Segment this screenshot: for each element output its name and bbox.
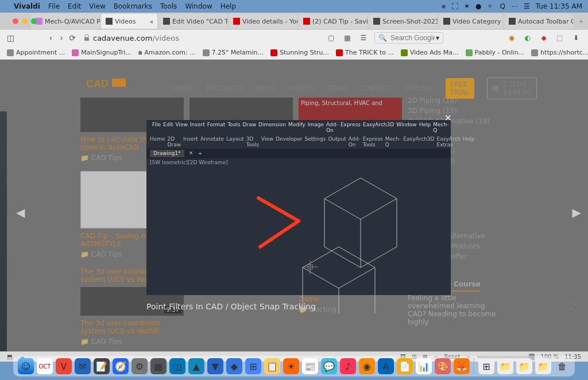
cad-menu[interactable]: Modify <box>288 122 305 133</box>
ext-icon[interactable]: ◐ <box>523 33 533 43</box>
address-bar[interactable]: cadavenue.com/videos <box>80 32 322 44</box>
dock-app[interactable]: ◉ <box>359 358 375 374</box>
cad-menu[interactable]: EasyArch3D <box>363 122 394 133</box>
ribbon-tab[interactable]: Annotate <box>200 136 224 148</box>
dock-folder[interactable]: 📁 <box>497 358 513 374</box>
dock-app[interactable]: ◆ <box>226 358 242 374</box>
cad-menu[interactable]: Insert <box>190 122 205 133</box>
cad-menu[interactable]: Image <box>308 122 324 133</box>
ribbon-tab[interactable]: 3D Tools <box>246 136 259 148</box>
maximize-button[interactable] <box>31 18 37 24</box>
nav-home[interactable]: HOME <box>172 84 193 92</box>
dock-folder[interactable]: 📁 <box>535 358 551 374</box>
forward-button[interactable]: › <box>59 33 65 42</box>
bookmark[interactable]: Appointment ... <box>7 49 65 56</box>
dock-music[interactable]: ♪ <box>340 358 356 374</box>
dock-store[interactable]: A <box>378 358 394 374</box>
bookmark[interactable]: Video Ads Ma... <box>401 49 459 56</box>
minimize-button[interactable] <box>22 18 28 24</box>
status-icon[interactable]: ⬒ <box>7 354 12 360</box>
ribbon-tab[interactable]: EasyArch3D <box>403 136 434 148</box>
tab[interactable]: Screen-Shot-2023-10-0 <box>369 14 438 29</box>
ribbon-tab[interactable]: View <box>261 136 273 148</box>
cad-menu[interactable]: View <box>176 122 188 133</box>
status-icon[interactable]: ⋯ <box>511 2 518 10</box>
bookmark[interactable]: https://shortc... <box>531 49 588 56</box>
dock-app[interactable]: 🎨 <box>435 358 451 374</box>
dock-news[interactable]: 📰 <box>302 358 318 374</box>
dock-folder[interactable]: ⊞ <box>478 358 494 374</box>
qr-icon[interactable]: ▦ <box>342 33 353 43</box>
dock-folder[interactable]: 📁 <box>516 358 532 374</box>
cad-menu[interactable]: File <box>152 122 161 133</box>
lightbox-next[interactable]: ▶ <box>572 205 581 219</box>
bookmark[interactable]: Pabbly - Onlin... <box>466 49 525 56</box>
new-tab-button[interactable]: ＋ <box>578 17 585 26</box>
ribbon-tab[interactable]: EasyArch Extras <box>437 136 461 148</box>
close-button[interactable] <box>13 18 18 24</box>
video-cat[interactable]: 📁 CAD Tips <box>80 338 184 346</box>
cad-menu[interactable]: Tools <box>227 122 240 133</box>
nav-tour[interactable]: TOUR <box>327 84 347 92</box>
download-icon[interactable]: ⬇ <box>571 33 581 43</box>
menubar-help[interactable]: Help <box>220 2 236 10</box>
dock-trash[interactable]: 🗑 <box>554 358 570 374</box>
tab[interactable]: Video details - YouTube <box>229 14 297 29</box>
menubar-file[interactable]: File <box>48 2 60 10</box>
nav-blog[interactable]: BLOG <box>257 84 276 92</box>
cad-tab-add[interactable]: ＋ <box>198 150 203 157</box>
ext-icon[interactable]: ⬚ <box>555 33 565 43</box>
nav-contact[interactable]: CONTACT <box>359 84 392 92</box>
sidebar-cat[interactable]: 2D Piping (19) <box>408 96 496 104</box>
ribbon-tab[interactable]: Output <box>328 136 346 148</box>
control-center-icon[interactable]: ☰ <box>524 2 530 10</box>
tab[interactable]: Mech-Q/AViCAD Prospe <box>31 14 100 29</box>
dock-vivaldi[interactable]: V <box>56 358 72 374</box>
menubar-edit[interactable]: Edit <box>68 2 81 10</box>
chevron-left-icon[interactable]: ◂ <box>149 18 153 25</box>
search-field[interactable]: 🔍 ▾ <box>374 32 443 44</box>
cad-menu[interactable]: Draw <box>243 122 257 133</box>
ribbon-tab[interactable]: Insert <box>183 136 198 148</box>
status-icon[interactable]: ✶ <box>464 2 470 10</box>
nav-pricing[interactable]: PRICING <box>404 84 432 92</box>
chevron-down-icon[interactable]: ▾ <box>436 34 439 42</box>
status-icon[interactable]: ⎈ <box>442 2 446 10</box>
tab[interactable]: (2) CAD Tip - Saving new <box>299 14 368 29</box>
search-input[interactable] <box>389 33 436 42</box>
bookmark[interactable]: 7.25" Melamin... <box>203 49 264 56</box>
dock-safari[interactable]: 🧭 <box>113 358 129 374</box>
cad-menu[interactable]: Dimension <box>258 122 286 133</box>
bookmark[interactable]: aAmazon.com: ... <box>138 49 196 56</box>
dock-firefox[interactable]: 🦊 <box>454 358 470 374</box>
dock-app[interactable]: 📊 <box>416 358 432 374</box>
reload-button[interactable]: ⟳ <box>69 33 76 42</box>
lightbox-prev[interactable]: ◀ <box>16 205 25 219</box>
dock-mail[interactable]: ✉ <box>75 358 91 374</box>
ribbon-tab[interactable]: Mech-Q <box>385 136 401 148</box>
back-button[interactable]: ‹ <box>48 33 54 42</box>
status-icon[interactable]: Q <box>500 2 505 10</box>
scroll-top-button[interactable]: ⌃ <box>570 300 581 311</box>
ribbon-tab[interactable]: Settings <box>305 136 326 148</box>
cad-menu[interactable]: Format <box>207 122 226 133</box>
nav-products[interactable]: PRODUCTS <box>206 84 243 92</box>
menubar-clock[interactable]: Tue 11:35 AM <box>536 2 582 10</box>
dock-notes[interactable]: 📝 <box>94 358 110 374</box>
dock-weather[interactable]: ☀ <box>283 358 299 374</box>
ribbon-tab[interactable]: Express Tools <box>363 136 383 148</box>
cad-tab-close[interactable]: × <box>189 150 194 157</box>
menubar-app[interactable]: Vivaldi <box>14 2 40 10</box>
ribbon-tab[interactable]: Add-On <box>349 136 361 148</box>
bookmark[interactable]: MainSignupTri... <box>72 49 131 56</box>
sidebar-cat[interactable]: 3D Piping (13) <box>408 107 496 115</box>
dock-app[interactable]: 💬 <box>321 358 337 374</box>
bookmark-icon[interactable]: ☰ <box>358 33 369 43</box>
nav-videos[interactable]: VIDEOS <box>288 84 315 92</box>
tab-active[interactable]: Videos◂ <box>101 14 157 29</box>
dock-app[interactable]: ⊞ <box>245 358 261 374</box>
ext-icon[interactable]: ◉ <box>506 33 517 43</box>
tab[interactable]: Video Category <box>439 14 503 29</box>
dock-app[interactable]: ▼ <box>207 358 223 374</box>
tab[interactable]: Edit Video "CAD Tip – Sa <box>158 14 227 29</box>
